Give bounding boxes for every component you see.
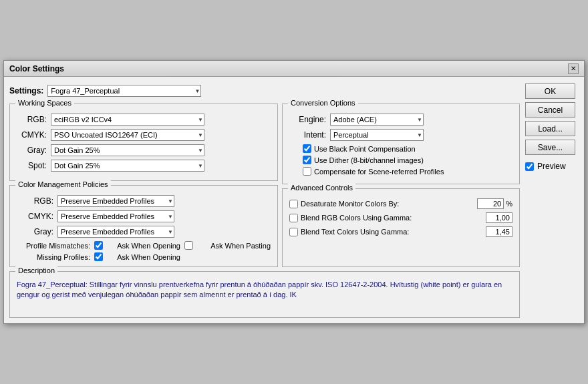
- dither-checkbox[interactable]: [303, 156, 311, 164]
- ask-opening-missing-label: Ask When Opening: [107, 253, 180, 261]
- desaturate-checkbox[interactable]: [289, 200, 298, 208]
- rgb-select-wrapper: eciRGB v2 ICCv4 ▼: [51, 114, 204, 126]
- engine-select-wrapper: Adobe (ACE) ▼: [330, 114, 424, 126]
- conversion-title: Conversion Options: [288, 99, 358, 107]
- profile-mismatches-label: Profile Mismatches:: [17, 242, 90, 250]
- conversion-group: Conversion Options Engine: Adobe (ACE) ▼: [282, 104, 520, 184]
- preview-label: Preview: [537, 162, 566, 171]
- profile-mismatches-row: Profile Mismatches: Ask When Opening Ask…: [17, 241, 271, 250]
- preview-checkbox[interactable]: [525, 162, 534, 171]
- close-button[interactable]: ✕: [568, 63, 579, 74]
- cm-cmyk-label: CMYK:: [17, 212, 53, 221]
- settings-label: Settings:: [9, 86, 43, 95]
- cm-gray-select[interactable]: Preserve Embedded Profiles: [57, 226, 174, 238]
- black-point-checkbox[interactable]: [303, 144, 311, 153]
- ask-opening-mismatch-checkbox[interactable]: [94, 241, 103, 250]
- color-mgmt-group: Color Management Policies RGB: Preserve …: [9, 185, 278, 267]
- desaturate-label: Desaturate Monitor Colors By:: [301, 200, 477, 208]
- black-point-row: Use Black Point Compensation: [289, 144, 512, 153]
- spot-row: Spot: Dot Gain 25% ▼: [17, 160, 271, 172]
- panels-row: Working Spaces RGB: eciRGB v2 ICCv4 ▼: [9, 104, 520, 267]
- desaturate-row: Desaturate Monitor Colors By: %: [289, 198, 512, 209]
- settings-row: Settings: Fogra 47_Perceptual ▼: [9, 82, 520, 100]
- rgb-select[interactable]: eciRGB v2 ICCv4: [51, 114, 204, 126]
- cm-cmyk-select-wrapper: Preserve Embedded Profiles ▼: [57, 210, 174, 222]
- cm-rgb-label: RGB:: [17, 196, 53, 206]
- blend-rgb-checkbox[interactable]: [289, 214, 298, 222]
- cm-gray-row: Gray: Preserve Embedded Profiles ▼: [17, 226, 271, 238]
- cmyk-row: CMYK: PSO Uncoated ISO12647 (ECI) ▼: [17, 129, 271, 141]
- desaturate-input[interactable]: [477, 198, 504, 209]
- gray-label: Gray:: [17, 146, 47, 155]
- close-icon: ✕: [571, 65, 576, 72]
- cmyk-label: CMYK:: [17, 130, 47, 140]
- title-bar: Color Settings ✕: [4, 61, 584, 77]
- blend-text-input[interactable]: [486, 226, 512, 237]
- ok-button[interactable]: OK: [525, 83, 575, 99]
- spot-select[interactable]: Dot Gain 25%: [51, 160, 204, 172]
- ask-pasting-mismatch-checkbox[interactable]: [184, 241, 193, 250]
- blend-rgb-label: Blend RGB Colors Using Gamma:: [301, 214, 486, 222]
- spot-label: Spot:: [17, 161, 47, 170]
- sidebar: OK Cancel Load... Save... Preview: [525, 82, 579, 318]
- scene-referred-label: Compensate for Scene-referred Profiles: [314, 168, 444, 176]
- missing-profiles-row: Missing Profiles: Ask When Opening: [17, 252, 271, 261]
- dialog-title: Color Settings: [9, 64, 64, 73]
- intent-select[interactable]: Perceptual: [330, 129, 424, 141]
- dither-row: Use Dither (8-bit/channel images): [289, 156, 512, 164]
- engine-select[interactable]: Adobe (ACE): [330, 114, 424, 126]
- right-panel: Conversion Options Engine: Adobe (ACE) ▼: [282, 104, 520, 267]
- rgb-row: RGB: eciRGB v2 ICCv4 ▼: [17, 114, 271, 126]
- blend-text-checkbox[interactable]: [289, 228, 298, 236]
- cm-gray-select-wrapper: Preserve Embedded Profiles ▼: [57, 226, 174, 238]
- cancel-button[interactable]: Cancel: [525, 102, 575, 118]
- intent-row: Intent: Perceptual ▼: [289, 129, 512, 141]
- left-panel: Working Spaces RGB: eciRGB v2 ICCv4 ▼: [9, 104, 278, 267]
- desaturate-unit: %: [506, 200, 512, 208]
- gray-select[interactable]: Dot Gain 25%: [51, 144, 204, 156]
- blend-rgb-row: Blend RGB Colors Using Gamma:: [289, 212, 512, 223]
- intent-label: Intent:: [289, 130, 326, 140]
- rgb-label: RGB:: [17, 115, 47, 124]
- description-text: Fogra 47_Perceptual: Stillingar fyrir vi…: [17, 280, 512, 301]
- description-group: Description Fogra 47_Perceptual: Stillin…: [9, 271, 520, 318]
- cm-rgb-select[interactable]: Preserve Embedded Profiles: [57, 195, 174, 207]
- ask-opening-missing-checkbox[interactable]: [94, 252, 103, 261]
- cm-gray-label: Gray:: [17, 227, 53, 236]
- cm-rgb-row: RGB: Preserve Embedded Profiles ▼: [17, 195, 271, 207]
- working-spaces-title: Working Spaces: [15, 99, 74, 107]
- gray-select-wrapper: Dot Gain 25% ▼: [51, 144, 204, 156]
- blend-text-row: Blend Text Colors Using Gamma:: [289, 226, 512, 237]
- settings-select[interactable]: Fogra 47_Perceptual: [47, 85, 201, 97]
- scene-referred-checkbox[interactable]: [303, 167, 311, 176]
- engine-label: Engine:: [289, 115, 326, 124]
- color-mgmt-title: Color Management Policies: [15, 180, 111, 188]
- working-spaces-group: Working Spaces RGB: eciRGB v2 ICCv4 ▼: [9, 104, 278, 181]
- load-button[interactable]: Load...: [525, 121, 575, 136]
- engine-row: Engine: Adobe (ACE) ▼: [289, 114, 512, 126]
- ask-opening-mismatch-label: Ask When Opening: [107, 242, 180, 250]
- main-area: Settings: Fogra 47_Perceptual ▼ Working …: [9, 82, 520, 318]
- black-point-label: Use Black Point Compensation: [314, 145, 416, 153]
- description-title: Description: [15, 266, 57, 274]
- cm-cmyk-select[interactable]: Preserve Embedded Profiles: [57, 210, 174, 222]
- intent-select-wrapper: Perceptual ▼: [330, 129, 424, 141]
- settings-select-wrapper: Fogra 47_Perceptual ▼: [47, 85, 201, 97]
- save-button[interactable]: Save...: [525, 140, 575, 155]
- cmyk-select-wrapper: PSO Uncoated ISO12647 (ECI) ▼: [51, 129, 204, 141]
- advanced-group: Advanced Controls Desaturate Monitor Col…: [282, 188, 520, 267]
- missing-profiles-label: Missing Profiles:: [17, 253, 90, 261]
- cm-rgb-select-wrapper: Preserve Embedded Profiles ▼: [57, 195, 174, 207]
- gray-row: Gray: Dot Gain 25% ▼: [17, 144, 271, 156]
- dither-label: Use Dither (8-bit/channel images): [314, 156, 424, 164]
- scene-referred-row: Compensate for Scene-referred Profiles: [289, 167, 512, 176]
- color-settings-dialog: Color Settings ✕ Settings: Fogra 47_Perc…: [3, 60, 585, 324]
- cm-cmyk-row: CMYK: Preserve Embedded Profiles ▼: [17, 210, 271, 222]
- preview-row: Preview: [525, 162, 579, 171]
- blend-text-label: Blend Text Colors Using Gamma:: [301, 228, 486, 236]
- spot-select-wrapper: Dot Gain 25% ▼: [51, 160, 204, 172]
- cmyk-select[interactable]: PSO Uncoated ISO12647 (ECI): [51, 129, 204, 141]
- advanced-title: Advanced Controls: [288, 184, 355, 192]
- blend-rgb-input[interactable]: [486, 212, 512, 223]
- ask-pasting-mismatch-label: Ask When Pasting: [197, 242, 271, 250]
